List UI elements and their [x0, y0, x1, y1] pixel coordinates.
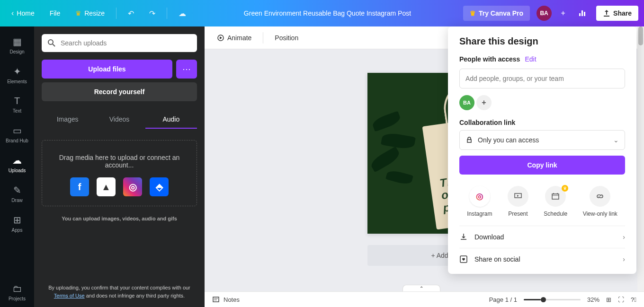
nav-text[interactable]: TText	[0, 90, 34, 119]
share-icon	[603, 9, 610, 17]
nav-brandhub[interactable]: ▭Brand Hub	[0, 119, 34, 149]
text-icon: T	[14, 96, 20, 106]
share-present[interactable]: Present	[508, 186, 528, 217]
upload-files-button[interactable]: Upload files	[42, 60, 172, 79]
folder-icon: 🗀	[12, 283, 22, 294]
template-icon: ▦	[13, 36, 22, 47]
pro-badge: ♛	[562, 185, 568, 192]
fullscreen-button[interactable]: ⛶	[618, 296, 624, 303]
svg-line-1	[53, 44, 55, 46]
plant-leaves	[367, 101, 424, 196]
chevron-up-icon: ⌃	[420, 286, 423, 291]
animate-icon	[217, 34, 224, 42]
zoom-slider[interactable]	[524, 299, 581, 300]
add-person-button[interactable]: +	[476, 95, 492, 110]
nav-uploads[interactable]: ☁Uploads	[0, 149, 34, 179]
record-yourself-button[interactable]: Record yourself	[42, 82, 197, 101]
link-icon	[596, 192, 604, 201]
nav-draw[interactable]: ✎Draw	[0, 179, 34, 209]
grid-view-button[interactable]: ⊞	[606, 296, 611, 303]
help-button[interactable]: ?⃝	[631, 296, 636, 303]
position-button[interactable]: Position	[270, 30, 303, 45]
scrollbar-thumb[interactable]	[638, 26, 643, 45]
cloud-icon: ☁	[179, 9, 186, 18]
nav-projects[interactable]: 🗀Projects	[0, 278, 34, 307]
collab-link-label: Collaboration link	[459, 119, 625, 126]
zoom-value[interactable]: 32%	[587, 296, 599, 303]
upload-more-button[interactable]: ⋯	[176, 60, 197, 79]
try-pro-button[interactable]: ♛ Try Canva Pro	[463, 6, 530, 21]
instagram-icon: ◎	[129, 181, 137, 193]
share-avatar[interactable]: BA	[459, 95, 474, 110]
edit-access-link[interactable]: Edit	[525, 55, 536, 63]
undo-icon: ↶	[128, 9, 134, 18]
redo-button[interactable]: ↷	[143, 5, 161, 22]
slider-thumb[interactable]	[541, 297, 546, 302]
chevron-down-icon: ⌄	[613, 136, 619, 144]
user-avatar[interactable]: BA	[537, 6, 552, 21]
insights-button[interactable]	[574, 6, 590, 21]
googledrive-icon: ▲	[101, 182, 111, 193]
file-menu[interactable]: File	[44, 6, 66, 21]
connect-facebook[interactable]: f	[70, 177, 89, 196]
share-instagram[interactable]: ◎ Instagram	[467, 186, 492, 217]
share-button[interactable]: Share	[596, 6, 638, 21]
chevron-left-icon: ‹	[11, 9, 14, 18]
file-label: File	[50, 9, 61, 17]
cloud-upload-icon: ☁	[12, 155, 22, 166]
more-icon: ⋯	[182, 64, 191, 74]
connect-googledrive[interactable]: ▲	[97, 177, 116, 196]
nav-design[interactable]: ▦Design	[0, 30, 34, 60]
share-schedule[interactable]: ♛ Schedule	[544, 186, 567, 217]
calendar-icon	[551, 192, 560, 201]
download-icon	[459, 233, 468, 241]
heart-icon	[459, 255, 468, 263]
try-pro-label: Try Canva Pro	[479, 9, 523, 17]
download-action[interactable]: Download ›	[459, 226, 625, 248]
search-icon	[47, 39, 56, 47]
notes-icon	[212, 296, 220, 303]
connect-dropbox[interactable]: ⬘	[150, 177, 169, 196]
dropzone[interactable]: Drag media here to upload or connect an …	[42, 140, 197, 206]
notes-button[interactable]: Notes	[212, 296, 240, 303]
access-level-select[interactable]: Only you can access ⌄	[459, 130, 625, 150]
search-box[interactable]	[42, 34, 197, 52]
share-on-social-action[interactable]: Share on social ›	[459, 248, 625, 270]
share-title: Share this design	[459, 36, 625, 47]
nav-elements[interactable]: ✦Elements	[0, 60, 34, 90]
notes-toggle[interactable]: ⌃	[402, 285, 440, 291]
tab-audio[interactable]: Audio	[145, 111, 197, 129]
page-indicator[interactable]: Page 1 / 1	[489, 296, 517, 303]
vertical-scrollbar[interactable]	[637, 26, 644, 291]
present-icon	[514, 192, 522, 201]
add-people-input[interactable]	[459, 69, 625, 88]
svg-rect-6	[467, 140, 471, 142]
home-button[interactable]: ‹ Home	[6, 5, 40, 21]
upload-note: You can upload images, videos, audio and…	[42, 216, 197, 221]
divider	[167, 8, 167, 19]
redo-icon: ↷	[149, 9, 155, 18]
tab-videos[interactable]: Videos	[93, 111, 145, 129]
copy-link-button[interactable]: Copy link	[459, 156, 625, 175]
nav-apps[interactable]: ⊞Apps	[0, 209, 34, 238]
divider	[116, 8, 116, 19]
add-member-button[interactable]: +	[555, 6, 571, 21]
undo-button[interactable]: ↶	[122, 5, 140, 22]
svg-point-0	[48, 40, 53, 44]
upload-footer: By uploading, you confirm that your cont…	[42, 284, 197, 299]
cloud-sync-button[interactable]: ☁	[173, 5, 192, 22]
share-panel: Share this design People with access Edi…	[448, 26, 636, 274]
document-title[interactable]: Green Environment Reusable Bag Quote Ins…	[196, 9, 459, 17]
animate-button[interactable]: Animate	[212, 30, 256, 45]
terms-link[interactable]: Terms of Use	[54, 293, 85, 298]
search-input[interactable]	[61, 39, 191, 47]
resize-button[interactable]: ♛ Resize	[70, 6, 110, 21]
connect-instagram[interactable]: ◎	[123, 177, 142, 196]
tab-images[interactable]: Images	[42, 111, 93, 129]
lock-icon	[465, 136, 473, 144]
dropzone-text: Drag media here to upload or connect an …	[50, 154, 189, 169]
chevron-right-icon: ›	[623, 233, 625, 241]
dropbox-icon: ⬘	[156, 181, 163, 193]
share-viewonly[interactable]: View-only link	[583, 186, 617, 217]
share-label: Share	[613, 9, 632, 17]
